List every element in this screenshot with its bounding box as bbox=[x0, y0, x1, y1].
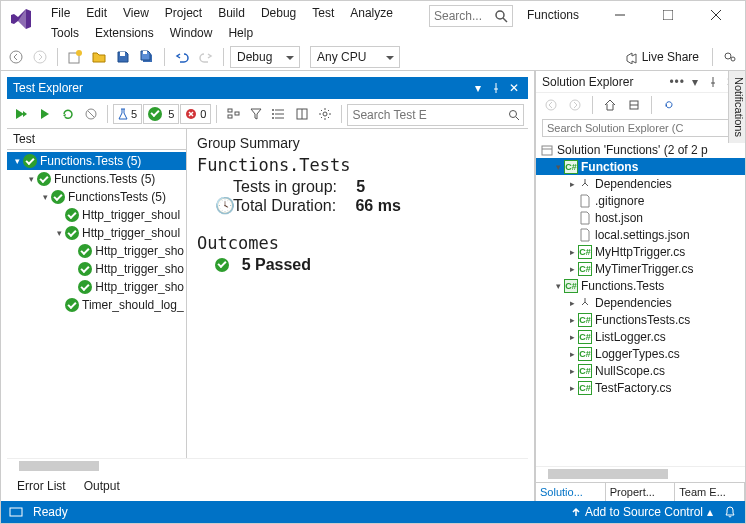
solution-tree-item[interactable]: ▸C#NullScope.cs bbox=[536, 362, 745, 379]
se-forward-button[interactable] bbox=[564, 94, 586, 116]
nav-back-button[interactable] bbox=[5, 46, 27, 68]
solution-platform-dropdown[interactable]: Any CPU bbox=[310, 46, 400, 68]
menu-test[interactable]: Test bbox=[304, 3, 342, 23]
solution-config-dropdown[interactable]: Debug bbox=[230, 46, 300, 68]
expander-icon[interactable]: ▾ bbox=[39, 192, 51, 202]
team-explorer-tab[interactable]: Team E... bbox=[675, 483, 745, 501]
test-tree-item[interactable]: Http_trigger_shoul bbox=[7, 206, 186, 224]
test-tree-header[interactable]: Test bbox=[7, 129, 186, 150]
bell-icon[interactable] bbox=[723, 505, 737, 519]
solution-explorer-search-input[interactable] bbox=[542, 119, 739, 137]
maximize-button[interactable] bbox=[651, 3, 685, 27]
expander-icon[interactable]: ▾ bbox=[25, 174, 37, 184]
open-file-button[interactable] bbox=[88, 46, 110, 68]
filter-button[interactable] bbox=[245, 103, 267, 125]
solution-tree-item[interactable]: ▸C#TestFactory.cs bbox=[536, 379, 745, 396]
expander-icon[interactable]: ▾ bbox=[11, 156, 23, 166]
expander-icon[interactable]: ▸ bbox=[566, 366, 578, 376]
expander-icon[interactable]: ▸ bbox=[566, 264, 578, 274]
cancel-run-button[interactable] bbox=[80, 103, 102, 125]
close-button[interactable] bbox=[699, 3, 733, 27]
save-button[interactable] bbox=[112, 46, 134, 68]
menu-file[interactable]: File bbox=[43, 3, 78, 23]
solution-tree-item[interactable]: ▸C#ListLogger.cs bbox=[536, 328, 745, 345]
passed-tests-pill[interactable]: 5 bbox=[143, 104, 179, 124]
redo-button[interactable] bbox=[195, 46, 217, 68]
undo-button[interactable] bbox=[171, 46, 193, 68]
test-tree-item[interactable]: Http_trigger_sho bbox=[7, 278, 186, 296]
pin-icon[interactable] bbox=[488, 80, 504, 96]
repeat-run-button[interactable] bbox=[57, 103, 79, 125]
solution-node[interactable]: Solution 'Functions' (2 of 2 p bbox=[536, 141, 745, 158]
solution-tree-item[interactable]: ▸Dependencies bbox=[536, 294, 745, 311]
expander-icon[interactable]: ▾ bbox=[552, 162, 564, 172]
menu-analyze[interactable]: Analyze bbox=[342, 3, 401, 23]
quick-launch-input[interactable] bbox=[434, 9, 494, 23]
tasks-icon[interactable] bbox=[9, 506, 23, 518]
feedback-button[interactable] bbox=[719, 46, 741, 68]
dots-icon[interactable]: ••• bbox=[669, 75, 685, 89]
minimize-button[interactable] bbox=[603, 3, 637, 27]
test-tree-item[interactable]: Http_trigger_sho bbox=[7, 242, 186, 260]
menu-extensions[interactable]: Extensions bbox=[87, 23, 162, 43]
se-home-button[interactable] bbox=[599, 94, 621, 116]
failed-tests-pill[interactable]: 0 bbox=[180, 104, 211, 124]
test-tree-item[interactable]: ▾FunctionsTests (5) bbox=[7, 188, 186, 206]
close-panel-icon[interactable]: ✕ bbox=[506, 80, 522, 96]
quick-launch-search[interactable] bbox=[429, 5, 513, 27]
solution-tab[interactable]: Solutio... bbox=[536, 483, 606, 501]
expander-icon[interactable]: ▸ bbox=[566, 383, 578, 393]
window-position-icon[interactable]: ▾ bbox=[687, 74, 703, 90]
solution-tree-item[interactable]: ▸C#MyHttpTrigger.cs bbox=[536, 243, 745, 260]
se-sync-button[interactable] bbox=[623, 94, 645, 116]
menu-build[interactable]: Build bbox=[210, 3, 253, 23]
solution-tree-item[interactable]: host.json bbox=[536, 209, 745, 226]
menu-tools[interactable]: Tools bbox=[43, 23, 87, 43]
se-refresh-button[interactable] bbox=[658, 94, 680, 116]
horizontal-scrollbar[interactable] bbox=[7, 458, 528, 474]
run-button[interactable] bbox=[34, 103, 56, 125]
test-tree-item[interactable]: ▾Http_trigger_shoul bbox=[7, 224, 186, 242]
solution-explorer-search[interactable] bbox=[542, 119, 739, 137]
menu-debug[interactable]: Debug bbox=[253, 3, 304, 23]
test-search-input[interactable] bbox=[352, 108, 507, 122]
expander-icon[interactable]: ▾ bbox=[552, 281, 564, 291]
properties-tab[interactable]: Propert... bbox=[606, 483, 676, 501]
menu-edit[interactable]: Edit bbox=[78, 3, 115, 23]
live-share-button[interactable]: Live Share bbox=[617, 46, 706, 68]
expander-icon[interactable]: ▸ bbox=[566, 298, 578, 308]
expander-icon[interactable]: ▸ bbox=[566, 247, 578, 257]
solution-tree-item[interactable]: ▸C#LoggerTypes.cs bbox=[536, 345, 745, 362]
settings-button[interactable] bbox=[314, 103, 336, 125]
output-tab[interactable]: Output bbox=[78, 477, 126, 495]
solution-tree-item[interactable]: ▸Dependencies bbox=[536, 175, 745, 192]
group-by-button[interactable] bbox=[268, 103, 290, 125]
solution-tree-item[interactable]: ▸C#FunctionsTests.cs bbox=[536, 311, 745, 328]
pin-icon[interactable] bbox=[705, 74, 721, 90]
menu-window[interactable]: Window bbox=[162, 23, 221, 43]
expander-icon[interactable]: ▸ bbox=[566, 349, 578, 359]
test-tree-item[interactable]: ▾Functions.Tests (5) bbox=[7, 152, 186, 170]
show-hierarchy-button[interactable] bbox=[222, 103, 244, 125]
solution-tree-item[interactable]: local.settings.json bbox=[536, 226, 745, 243]
run-all-button[interactable] bbox=[11, 103, 33, 125]
menu-view[interactable]: View bbox=[115, 3, 157, 23]
solution-tree-item[interactable]: ▾C#Functions bbox=[536, 158, 745, 175]
error-list-tab[interactable]: Error List bbox=[11, 477, 72, 495]
nav-forward-button[interactable] bbox=[29, 46, 51, 68]
columns-button[interactable] bbox=[291, 103, 313, 125]
solution-tree-item[interactable]: .gitignore bbox=[536, 192, 745, 209]
test-tree-item[interactable]: Http_trigger_sho bbox=[7, 260, 186, 278]
window-position-icon[interactable]: ▾ bbox=[470, 80, 486, 96]
expander-icon[interactable]: ▸ bbox=[566, 315, 578, 325]
test-tree-item[interactable]: Timer_should_log_ bbox=[7, 296, 186, 314]
add-source-control[interactable]: Add to Source Control ▴ bbox=[571, 505, 713, 519]
se-horizontal-scrollbar[interactable] bbox=[536, 466, 745, 482]
notifications-tab[interactable]: Notifications bbox=[728, 71, 746, 143]
total-tests-pill[interactable]: 5 bbox=[113, 104, 142, 124]
save-all-button[interactable] bbox=[136, 46, 158, 68]
expander-icon[interactable]: ▸ bbox=[566, 179, 578, 189]
menu-project[interactable]: Project bbox=[157, 3, 210, 23]
test-tree-item[interactable]: ▾Functions.Tests (5) bbox=[7, 170, 186, 188]
menu-help[interactable]: Help bbox=[220, 23, 261, 43]
